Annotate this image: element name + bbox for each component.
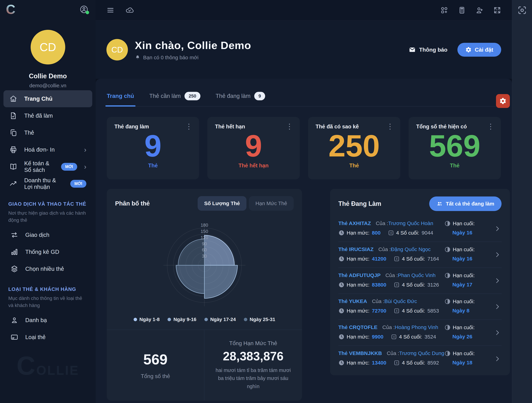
sidebar-item-label: Thẻ (24, 130, 34, 136)
sidebar-item-chon-nhieu-the[interactable]: Chọn nhiều thẻ (8, 260, 91, 277)
polar-area-chart: 306090120150180 (139, 212, 270, 316)
tab-the-can-lam[interactable]: Thẻ cần làm 250 (149, 86, 200, 106)
card-name-link[interactable]: Thẻ YUKEA (338, 298, 367, 304)
collie-watermark: COLLIE (0, 351, 96, 381)
chevron-right-icon[interactable] (494, 303, 501, 310)
owner-link[interactable]: Phan Quốc Vinh (398, 272, 436, 278)
apps-add-icon[interactable] (440, 6, 448, 14)
last4-value: 8592 (427, 360, 439, 366)
section-subtitle: Nơi thực hiện giao dịch và các hành động… (8, 210, 91, 224)
sidebar-item-thong-ke-gd[interactable]: Thống kê GD (8, 243, 91, 260)
right-rail (512, 0, 532, 403)
menu-icon[interactable] (107, 6, 114, 14)
clock-icon (338, 334, 345, 340)
total-limit-value: 28,383,876 (223, 349, 284, 363)
avatar: CD (31, 30, 65, 65)
sidebar-item-hoa-don-in[interactable]: Hoá đơn- In › (3, 141, 92, 158)
stat-value: 250 (316, 130, 393, 162)
user-add-icon[interactable] (475, 6, 484, 14)
envelope-icon (409, 46, 416, 53)
owner-link[interactable]: Bùi Quốc Đức (384, 298, 417, 304)
due-value: Ngày 16 (452, 256, 490, 262)
sidebar-item-giao-dich[interactable]: Giao dịch (8, 227, 91, 243)
sidebar-item-label: Giao dịch (25, 232, 49, 238)
card-list-item[interactable]: Thẻ AXHITAZ Của : Trương Quốc Hoàn Hạn m… (338, 216, 501, 242)
avatar: CD (107, 39, 128, 60)
chevron-right-icon[interactable] (494, 251, 501, 258)
clock-icon (338, 360, 345, 366)
chevron-right-icon[interactable] (494, 329, 501, 336)
sidebar-section-loai-the: LOẠI THẺ & KHÁCH HÀNG Mục dành cho thông… (0, 286, 96, 346)
kebab-menu-icon[interactable]: ⋮ (286, 123, 293, 130)
card-name-link[interactable]: Thẻ VEMBNJKKB (338, 350, 382, 356)
owner-link[interactable]: Đặng Quốc Ngọc (391, 246, 431, 252)
limit-value: 83800 (372, 282, 386, 288)
notifications-link[interactable]: Thông báo (409, 46, 448, 53)
calculator-icon[interactable] (458, 6, 466, 14)
legend-label: Ngày 25-31 (250, 317, 275, 322)
page-title: Xin chào, Collie Demo (135, 39, 251, 52)
sidebar-item-label: Chọn nhiều thẻ (25, 266, 64, 272)
panel-settings-button[interactable] (496, 94, 510, 108)
clock-icon (338, 230, 345, 236)
last4-value: 3524 (424, 334, 436, 340)
book-icon (9, 163, 17, 171)
legend-item: Ngày 25-31 (244, 317, 275, 322)
sidebar-item-the[interactable]: Thẻ (3, 124, 92, 141)
owner-link[interactable]: Hoàng Phong Vinh (395, 324, 438, 330)
sidebar-item-label: Hoá đơn- In (24, 146, 55, 153)
toggle-so-luong-the[interactable]: Số Lượng Thẻ (198, 196, 247, 211)
kebab-menu-icon[interactable]: ⋮ (386, 123, 394, 130)
sidebar-item-trang-chu[interactable]: Trang Chủ (3, 90, 92, 107)
legend-item: Ngày 1-8 (134, 317, 160, 322)
trend-icon (9, 180, 17, 188)
expand-icon[interactable] (493, 6, 501, 14)
online-status-dot (86, 11, 89, 14)
deadline-icon (444, 350, 451, 357)
clock-icon (338, 308, 345, 314)
sidebar-item-ke-toan-so-sach[interactable]: Kế toán & Sổ sách MỚI › (3, 158, 92, 175)
settings-button[interactable]: Cài đặt (457, 43, 501, 57)
chevron-right-icon[interactable] (494, 225, 501, 232)
file-check-icon (9, 112, 17, 120)
card-name-link[interactable]: Thẻ CRQTOFLE (338, 324, 377, 330)
owner-link[interactable]: Trương Quốc Hoàn (388, 220, 433, 226)
sidebar: C CD Collie Demo demo@collie.vn Trang Ch… (0, 0, 96, 403)
copy-icon (9, 129, 17, 137)
owner-link[interactable]: Trương Quốc Dung (399, 350, 444, 356)
sidebar-item-loai-the[interactable]: Loại thẻ (8, 329, 91, 346)
sidebar-item-doanh-thu-loi-nhuan[interactable]: Doanh thu & Lợi nhuận MỚI (3, 175, 92, 192)
tab-trang-chu[interactable]: Trang chủ (107, 86, 134, 106)
sidebar-item-label: Loại thẻ (25, 334, 45, 340)
stat-caption: Thẻ (114, 162, 191, 169)
tab-label: Trang chủ (107, 93, 134, 99)
card-list-item[interactable]: Thẻ VEMBNJKKB Của : Trương Quốc Dung Hạn… (338, 346, 501, 372)
scan-icon[interactable] (517, 5, 527, 403)
card-list-item[interactable]: Thẻ IRUCSIAZ Của : Đặng Quốc Ngọc Hạn mứ… (338, 242, 501, 268)
cloud-sync-icon[interactable] (126, 6, 134, 14)
card-name-link[interactable]: Thẻ IRUCSIAZ (338, 246, 374, 252)
last4-label: 4 Số cuối: (396, 230, 419, 236)
tab-the-dang-lam[interactable]: Thẻ đang làm 9 (216, 86, 265, 106)
limit-label: Hạn mức: (347, 230, 369, 236)
card-list-item[interactable]: Thẻ CRQTOFLE Của : Hoàng Phong Vinh Hạn … (338, 320, 501, 346)
card-name-link[interactable]: Thẻ ADFUTUQJP (338, 272, 380, 278)
due-label: Hạn cuối: (453, 221, 475, 227)
card-name-link[interactable]: Thẻ AXHITAZ (338, 220, 371, 226)
user-email: demo@collie.vn (0, 83, 96, 89)
kebab-menu-icon[interactable]: ⋮ (185, 123, 192, 130)
account-icon[interactable] (79, 5, 89, 14)
toggle-han-muc-the[interactable]: Hạn Mức Thẻ (249, 196, 294, 211)
kebab-menu-icon[interactable]: ⋮ (487, 123, 494, 130)
card-list-item[interactable]: Thẻ ADFUTUQJP Của : Phan Quốc Vinh Hạn m… (338, 268, 501, 294)
content-panel: Trang chủ Thẻ cần làm 250 Thẻ đang làm 9… (96, 79, 512, 403)
chevron-right-icon[interactable] (494, 277, 501, 284)
all-active-cards-button[interactable]: Tất cả thẻ đang làm (429, 196, 501, 211)
chevron-right-icon[interactable] (494, 355, 501, 362)
sidebar-item-danh-ba[interactable]: Danh bạ (8, 312, 91, 329)
sidebar-item-the-da-lam[interactable]: Thẻ đã làm (3, 107, 92, 124)
due-label: Hạn cuối: (453, 325, 475, 330)
card-list-item[interactable]: Thẻ YUKEA Của : Bùi Quốc Đức Hạn mức: 72… (338, 294, 501, 320)
last4-icon: 4 (393, 308, 400, 314)
stat-value: 9 (114, 130, 191, 162)
